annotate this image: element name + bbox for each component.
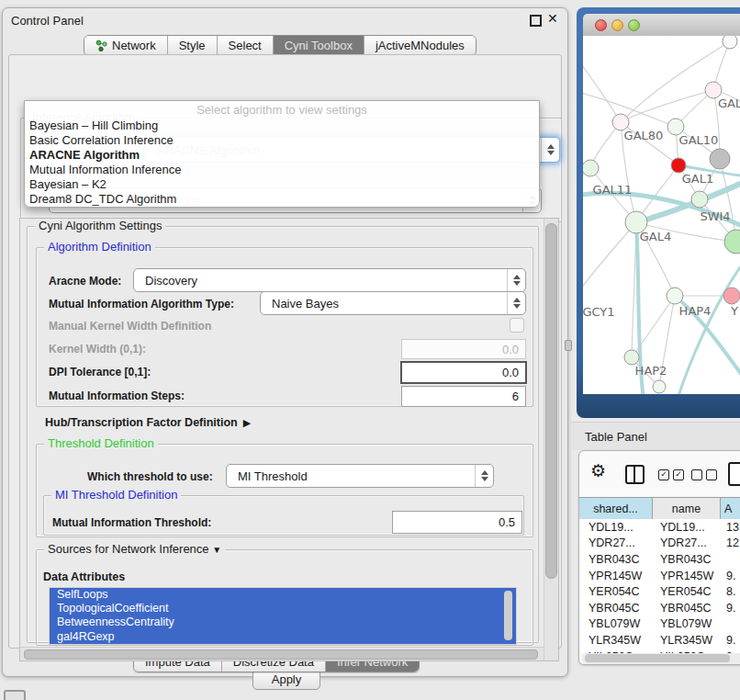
table-horizontal-scrollbar[interactable] (582, 653, 740, 664)
table-cell[interactable]: 13 (721, 521, 740, 534)
network-window-titlebar[interactable] (583, 14, 740, 37)
table-cell[interactable]: YDR27... (653, 536, 721, 549)
hub-section-toggle[interactable]: Hub/Transcription Factor Definition▶ (45, 416, 251, 429)
table-cell[interactable]: YLR345W (579, 634, 653, 647)
split-columns-icon[interactable] (625, 465, 645, 484)
list-item-selected[interactable]: BetweennessCentrality (50, 615, 516, 629)
gear-icon[interactable]: ⚙ (590, 460, 606, 481)
table-cell[interactable]: YLR345W (653, 634, 721, 647)
combobox-stepper-icon[interactable] (507, 269, 525, 291)
network-graph: GALGAL80GAL10GAL1GAL11SWI4GAL4GCY1HAP4YH… (583, 36, 740, 394)
table-cell[interactable]: YER054C (653, 585, 721, 598)
table-panel-body: ⚙ ✓ ✓ shared... name A YDL19...YDL19...1… (578, 450, 740, 665)
table-row[interactable]: YLR345WYLR345W9. (579, 632, 740, 649)
float-window-icon[interactable] (530, 15, 542, 27)
list-item-selected[interactable]: TopologicalCoefficient (50, 602, 516, 615)
network-node[interactable] (724, 230, 740, 254)
table-row[interactable]: YER054CYER054C8. (579, 583, 740, 600)
table-row[interactable]: YBR043CYBR043C (579, 551, 740, 568)
tab-select[interactable]: Select (217, 36, 273, 55)
aracne-mode-combobox[interactable]: Discovery (133, 268, 526, 292)
table-cell[interactable]: YBL079W (653, 617, 721, 630)
vertical-scrollbar-thumb[interactable] (545, 223, 557, 579)
tab-style[interactable]: Style (167, 36, 217, 55)
list-scrollbar-thumb[interactable] (504, 591, 512, 640)
select-all-columns-icon[interactable]: ✓ ✓ (658, 469, 684, 480)
mi-threshold-field[interactable]: 0.5 (392, 511, 522, 534)
table-cell[interactable]: YBR045C (579, 602, 653, 615)
table-row[interactable]: YPR145WYPR145W9. (579, 568, 740, 584)
minimize-traffic-light-icon[interactable] (611, 19, 623, 31)
tab-jactivemnodules[interactable]: jActiveMNodules (364, 36, 476, 55)
network-node[interactable] (667, 288, 683, 304)
column-header-partial[interactable]: A (721, 498, 740, 519)
splitter-handle[interactable] (565, 340, 572, 351)
table-row[interactable]: YDL19...YDL19...13 (579, 519, 740, 536)
dropdown-item[interactable]: Dream8 DC_TDC Algorithm (25, 192, 539, 207)
kernel-width-field[interactable]: 0.0 (401, 339, 526, 359)
table-cell[interactable]: 9. (721, 634, 740, 647)
tab-label: Select (229, 39, 262, 52)
sources-group-title[interactable]: Sources for Network Inference ▼ (44, 543, 225, 557)
control-panel-window: Control Panel ✕ Network Style Select Cyn… (2, 7, 568, 677)
export-table-icon[interactable] (728, 462, 740, 486)
network-node[interactable] (583, 160, 599, 176)
dpi-tolerance-field[interactable]: 0.0 (400, 361, 527, 384)
dropdown-item[interactable]: Mutual Information Inference (25, 163, 539, 177)
table-cell[interactable]: YPR145W (653, 570, 721, 582)
network-node[interactable] (624, 350, 639, 365)
table-cell[interactable]: YPR145W (579, 570, 653, 582)
combobox-stepper-icon[interactable] (475, 465, 493, 487)
network-view-window: GALGAL80GAL10GAL1GAL11SWI4GAL4GCY1HAP4YH… (577, 7, 740, 418)
table-cell[interactable]: 9. (721, 602, 740, 615)
dropdown-item[interactable]: Basic Correlation Inference (25, 133, 539, 148)
tab-cyni-toolbox[interactable]: Cyni Toolbox (273, 36, 364, 55)
network-node[interactable] (691, 191, 708, 208)
column-header-shared-name[interactable]: shared... (579, 498, 653, 519)
dropdown-item-selected[interactable]: ARACNE Algorithm (25, 148, 539, 163)
table-cell[interactable]: 9. (721, 570, 740, 582)
zoom-traffic-light-icon[interactable] (628, 19, 640, 31)
column-header-name[interactable]: name (653, 498, 721, 519)
table-cell[interactable]: YDR27... (579, 536, 653, 549)
network-node[interactable] (710, 149, 730, 169)
list-item-selected[interactable]: gal4RGexp (50, 630, 516, 644)
mi-steps-field[interactable]: 6 (401, 386, 526, 407)
list-item-selected[interactable]: SelfLoops (50, 588, 516, 602)
mi-threshold-label: Mutual Information Threshold: (52, 516, 211, 529)
network-node[interactable] (723, 288, 740, 304)
deselect-all-columns-icon[interactable] (691, 469, 717, 480)
table-row[interactable]: YDR27...YDR27...12 (579, 536, 740, 552)
table-row[interactable]: YBR045CYBR045C9. (579, 600, 740, 616)
collapsed-panel-icon[interactable] (4, 690, 26, 700)
horizontal-scrollbar-thumb[interactable] (24, 649, 538, 660)
network-edges-highlighted (583, 165, 740, 394)
network-node[interactable] (723, 36, 737, 49)
table-scrollbar-thumb[interactable] (585, 654, 730, 662)
table-cell[interactable]: YDL19... (579, 521, 653, 534)
table-cell[interactable]: YDL19... (653, 521, 721, 534)
table-cell[interactable]: YBR043C (653, 553, 721, 566)
which-threshold-combobox[interactable]: MI Threshold (226, 464, 494, 488)
group-title: Cyni Algorithm Settings (35, 220, 165, 232)
table-cell[interactable]: 8. (721, 585, 740, 598)
tab-network[interactable]: Network (84, 36, 167, 55)
table-row[interactable]: YBL079WYBL079W (579, 616, 740, 633)
combobox-stepper-icon[interactable] (541, 138, 559, 162)
network-node[interactable] (671, 158, 686, 173)
dropdown-item[interactable]: Bayesian – Hill Climbing (25, 119, 539, 133)
table-cell[interactable]: YBL079W (579, 617, 653, 630)
settings-scroll-area: Cyni Algorithm Settings Algorithm Defini… (19, 218, 559, 661)
network-node[interactable] (653, 380, 666, 393)
table-cell[interactable]: 12 (721, 536, 740, 549)
network-canvas[interactable]: GALGAL80GAL10GAL1GAL11SWI4GAL4GCY1HAP4YH… (583, 36, 740, 394)
table-cell[interactable]: YBR043C (579, 553, 653, 566)
close-traffic-light-icon[interactable] (595, 19, 607, 31)
mi-type-combobox[interactable]: Naive Bayes (260, 291, 526, 315)
table-cell[interactable]: YER054C (579, 585, 653, 598)
close-icon[interactable]: ✕ (547, 11, 558, 26)
dropdown-item[interactable]: Bayesian – K2 (25, 177, 539, 192)
table-cell[interactable]: YBR045C (653, 602, 721, 615)
manual-kernel-checkbox[interactable] (510, 318, 524, 333)
combobox-stepper-icon[interactable] (507, 292, 525, 314)
